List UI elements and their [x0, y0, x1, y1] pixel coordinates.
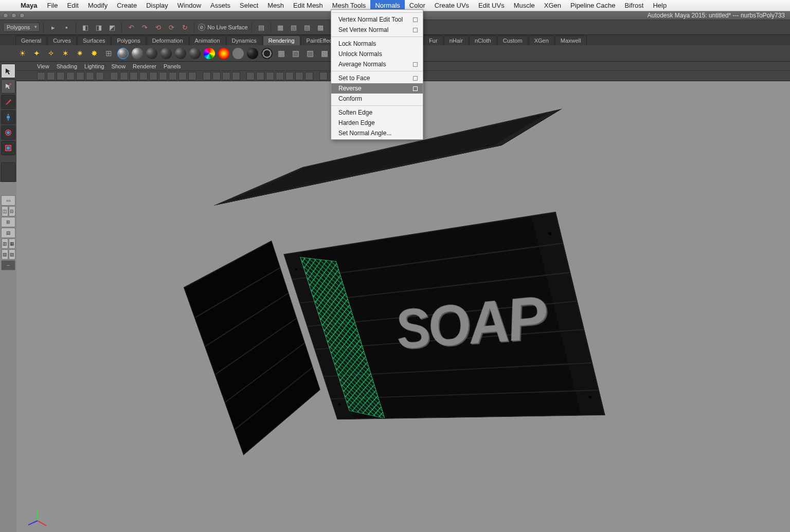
layout-4[interactable]: ⊞: [1, 217, 15, 227]
live-surface[interactable]: ⊘ No Live Surface: [198, 24, 247, 31]
panel-menu-renderer[interactable]: Renderer: [133, 63, 156, 69]
status-icon[interactable]: ↻: [179, 22, 190, 33]
panel-icon[interactable]: [139, 72, 148, 80]
shelf-icon[interactable]: ▧: [289, 47, 302, 60]
mac-menu-modify[interactable]: Modify: [83, 0, 112, 11]
panel-icon[interactable]: [86, 72, 94, 80]
shelf-material-icon[interactable]: [174, 47, 187, 60]
panel-menu-show[interactable]: Show: [112, 63, 126, 69]
app-name[interactable]: Maya: [15, 2, 43, 9]
mac-menu-display[interactable]: Display: [141, 0, 173, 11]
shelf-light-icon[interactable]: ✸: [87, 47, 101, 60]
panel-icon[interactable]: [120, 72, 128, 80]
mac-menu-select[interactable]: Select: [235, 0, 263, 11]
shelf-material-icon[interactable]: [116, 47, 130, 60]
panel-menu-shading[interactable]: Shading: [57, 63, 77, 69]
status-icon[interactable]: ◧: [80, 22, 91, 33]
tool-slot[interactable]: [1, 162, 15, 182]
window-dot[interactable]: [20, 13, 25, 18]
menu-item-soften-edge[interactable]: Soften Edge: [331, 107, 423, 118]
shelf-tab-fur[interactable]: Fur: [423, 35, 443, 45]
shelf-tab-polygons[interactable]: Polygons: [111, 35, 146, 45]
mac-menu-muscle[interactable]: Muscle: [509, 0, 540, 11]
mac-menu-mesh[interactable]: Mesh: [263, 0, 289, 11]
paint-tool[interactable]: [1, 95, 15, 109]
menu-item-harden-edge[interactable]: Harden Edge: [331, 118, 423, 128]
panel-icon[interactable]: [169, 72, 177, 80]
shelf-icon[interactable]: ▦: [275, 47, 288, 60]
shelf-tab-xgen[interactable]: XGen: [529, 35, 554, 45]
shelf-material-icon[interactable]: [217, 47, 230, 60]
panel-icon[interactable]: [76, 72, 84, 80]
shelf-icon[interactable]: ⊞: [102, 47, 115, 60]
panel-icon[interactable]: [130, 72, 138, 80]
move-tool[interactable]: [1, 110, 15, 124]
panel-icon[interactable]: [276, 72, 284, 80]
panel-icon[interactable]: [203, 72, 211, 80]
mac-menu-bifrost[interactable]: Bifrost: [620, 0, 649, 11]
shelf-tab-animation[interactable]: Animation: [189, 35, 226, 45]
layout-preset[interactable]: ▧: [2, 249, 8, 260]
panel-icon[interactable]: [222, 72, 230, 80]
panel-icon[interactable]: [159, 72, 167, 80]
redo-icon[interactable]: ↷: [139, 22, 150, 33]
panel-icon[interactable]: [319, 72, 328, 80]
shelf-light-icon[interactable]: ☀: [15, 47, 29, 60]
shelf-light-icon[interactable]: ✦: [30, 47, 43, 60]
shelf-material-icon[interactable]: [231, 47, 245, 60]
shelf-light-icon[interactable]: ✶: [59, 47, 72, 60]
layout-preset[interactable]: ▥: [2, 239, 8, 249]
mac-menu-pipeline-cache[interactable]: Pipeline Cache: [566, 0, 620, 11]
mac-menu-assets[interactable]: Assets: [206, 0, 235, 11]
scale-tool[interactable]: [1, 141, 15, 155]
shelf-tab-curves[interactable]: Curves: [47, 35, 77, 45]
layout-2h[interactable]: ⊟: [9, 206, 15, 216]
layout-preset[interactable]: ▤: [1, 228, 15, 238]
panel-menu-lighting[interactable]: Lighting: [84, 63, 104, 69]
status-icon[interactable]: ◩: [106, 22, 118, 33]
panel-icon[interactable]: [188, 72, 196, 80]
panel-icon[interactable]: [285, 72, 294, 80]
mac-menu-create[interactable]: Create: [112, 0, 141, 11]
panel-menu-view[interactable]: View: [37, 63, 49, 69]
panel-icon[interactable]: [212, 72, 221, 80]
window-dot[interactable]: [11, 13, 16, 18]
window-dot[interactable]: [3, 13, 8, 18]
status-icon[interactable]: ▧: [288, 22, 299, 33]
crate-front-face[interactable]: SOAP: [283, 212, 605, 420]
shelf-material-icon[interactable]: [145, 47, 158, 60]
panel-icon[interactable]: [256, 72, 264, 80]
status-icon[interactable]: ▸: [47, 22, 59, 33]
select-tool[interactable]: [1, 64, 15, 78]
panel-icon[interactable]: [57, 72, 65, 80]
panel-icon[interactable]: [266, 72, 274, 80]
menu-item-set-to-face[interactable]: Set to Face: [331, 73, 423, 83]
menu-item-unlock-normals[interactable]: Unlock Normals: [331, 49, 423, 59]
menu-item-conform[interactable]: Conform: [331, 94, 423, 104]
shelf-material-icon[interactable]: [246, 47, 259, 60]
mac-menu-edit-mesh[interactable]: Edit Mesh: [289, 0, 328, 11]
viewport[interactable]: SOAP: [16, 81, 790, 532]
layout-collapse[interactable]: –: [1, 260, 15, 270]
panel-icon[interactable]: [178, 72, 187, 80]
mac-menu-window[interactable]: Window: [173, 0, 206, 11]
layout-preset[interactable]: ▨: [9, 249, 15, 260]
shelf-tab-surfaces[interactable]: Surfaces: [77, 35, 111, 45]
shelf-material-icon[interactable]: [188, 47, 202, 60]
panel-menu-panels[interactable]: Panels: [164, 63, 181, 69]
panel-icon[interactable]: [305, 72, 313, 80]
mac-menu-edit[interactable]: Edit: [62, 0, 83, 11]
shelf-light-icon[interactable]: ✧: [44, 47, 58, 60]
layout-preset[interactable]: ▦: [9, 239, 15, 249]
menu-item-set-vertex-normal[interactable]: Set Vertex Normal: [331, 25, 423, 35]
shelf-tab-ncloth[interactable]: nCloth: [469, 35, 497, 45]
status-icon[interactable]: ▨: [301, 22, 313, 33]
mac-menu-create-uvs[interactable]: Create UVs: [430, 0, 474, 11]
panel-icon[interactable]: [47, 72, 55, 80]
menu-item-reverse[interactable]: Reverse: [331, 83, 423, 94]
undo-icon[interactable]: ↶: [125, 22, 137, 33]
option-box-icon[interactable]: [413, 86, 418, 91]
menu-item-average-normals[interactable]: Average Normals: [331, 59, 423, 69]
shelf-tab-dynamics[interactable]: Dynamics: [226, 35, 262, 45]
shelf-material-icon[interactable]: [131, 47, 144, 60]
